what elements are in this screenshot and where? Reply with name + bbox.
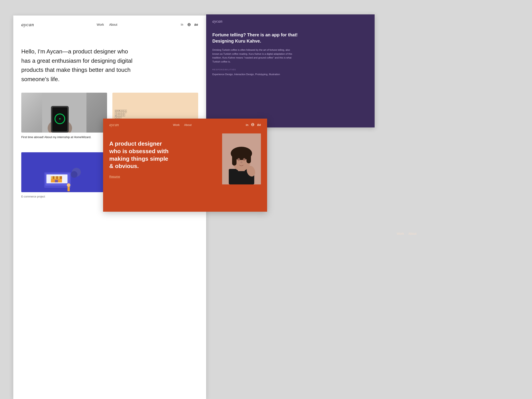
svg-rect-15: [120, 110, 121, 111]
about-headline: A product designer who is obsessed with …: [109, 140, 171, 170]
svg-rect-56: [56, 176, 58, 179]
globe-icon[interactable]: [187, 23, 191, 27]
svg-text:⊡: ⊡: [122, 110, 123, 111]
svg-point-82: [240, 160, 240, 161]
svg-rect-45: [120, 117, 121, 118]
svg-rect-23: [118, 112, 120, 113]
main-nav-icons: in Bē: [180, 23, 198, 27]
svg-rect-42: [115, 117, 116, 118]
svg-point-62: [67, 183, 70, 187]
svg-rect-38: [118, 115, 120, 116]
svg-rect-18: [123, 110, 125, 111]
svg-rect-53: [51, 176, 53, 179]
svg-rect-55: [55, 176, 56, 179]
about-logo[interactable]: aycan: [109, 123, 119, 127]
svg-text:🛍: 🛍: [119, 114, 119, 115]
about-nav-work[interactable]: Work: [173, 123, 180, 127]
svg-rect-54: [53, 176, 55, 179]
project-homewizard[interactable]: First time abroad! About my internship a…: [21, 93, 107, 143]
svg-point-84: [245, 161, 246, 162]
about-nav-orange: aycan Work About in Bē: [103, 119, 267, 131]
about-nav-links: Work About: [173, 123, 191, 127]
svg-text:▤: ▤: [117, 110, 118, 111]
nav-work[interactable]: Work: [97, 23, 104, 26]
svg-rect-39: [120, 115, 121, 116]
svg-rect-58: [60, 176, 62, 179]
svg-point-79: [243, 158, 246, 161]
svg-rect-57: [58, 176, 60, 179]
detail-nav-purple: aycan: [206, 14, 375, 28]
main-nav-links: Work About: [97, 23, 117, 26]
svg-point-80: [240, 161, 242, 163]
about-content: A product designer who is obsessed with …: [103, 131, 267, 187]
orange-nav-work-label[interactable]: Work: [397, 232, 404, 235]
svg-point-8: [59, 118, 61, 120]
responsibilities-text: Experience Design, Interaction Design, P…: [212, 72, 368, 76]
hand-phone-visual: [21, 93, 107, 133]
svg-rect-59: [55, 180, 58, 183]
svg-point-81: [237, 161, 238, 162]
hero-headline: Hello, I'm Aycan—a product designer who …: [21, 47, 138, 84]
about-photo: [222, 133, 261, 184]
about-text: A product designer who is obsessed with …: [109, 133, 215, 178]
svg-text:⊞: ⊞: [115, 110, 116, 111]
svg-rect-26: [123, 112, 125, 113]
svg-rect-24: [120, 112, 121, 113]
about-page-orange: aycan Work About in Bē A product designe…: [103, 119, 267, 212]
nav-about[interactable]: About: [109, 23, 117, 26]
main-logo[interactable]: aycan: [21, 22, 34, 27]
about-behance-icon[interactable]: Bē: [257, 123, 261, 127]
svg-rect-27: [125, 112, 127, 113]
project-ecommerce[interactable]: E-commerce project: [21, 152, 107, 199]
detail-title: Fortune telling? There is an app for tha…: [212, 32, 301, 44]
hero-section: Hello, I'm Aycan—a product designer who …: [13, 34, 146, 93]
about-globe-icon[interactable]: [251, 123, 254, 127]
svg-rect-40: [122, 115, 123, 116]
svg-rect-19: [125, 110, 127, 111]
detail-content: Fortune telling? There is an app for tha…: [206, 28, 375, 80]
orange-nav-about-label[interactable]: About: [408, 232, 417, 235]
svg-rect-22: [117, 112, 118, 113]
responsibilities-label: RESPONSIBILITIES: [212, 69, 368, 71]
project-ecommerce-label: E-commerce project: [21, 195, 107, 199]
svg-rect-32: [120, 114, 121, 115]
about-nav-icons: in Bē: [246, 123, 261, 127]
svg-rect-43: [117, 117, 118, 118]
svg-rect-77: [247, 152, 251, 163]
about-nav-about[interactable]: About: [184, 123, 191, 127]
linkedin-icon[interactable]: in: [180, 23, 184, 27]
detail-logo[interactable]: aycan: [212, 19, 222, 24]
svg-rect-41: [123, 115, 125, 116]
orange-nav-overlay: Work About: [397, 232, 417, 235]
svg-text:⌨: ⌨: [119, 110, 120, 111]
project-homewizard-label: First time abroad! About my internship a…: [21, 135, 107, 139]
project-ecommerce-image: [21, 152, 107, 192]
svg-rect-34: [123, 114, 125, 115]
svg-rect-28: [115, 114, 116, 115]
svg-point-83: [243, 160, 243, 161]
behance-icon[interactable]: Bē: [194, 23, 198, 27]
detail-page-kuru-kahve: aycan Fortune telling? There is an app f…: [206, 14, 375, 127]
svg-text:💻: 💻: [115, 115, 116, 116]
about-resume-link[interactable]: Resume: [109, 175, 120, 178]
svg-rect-44: [118, 117, 120, 118]
svg-rect-29: [117, 114, 118, 115]
about-linkedin-icon[interactable]: in: [246, 123, 248, 127]
detail-body: Drinking Turkish coffee is often followe…: [212, 48, 297, 64]
svg-rect-76: [232, 152, 236, 165]
svg-rect-37: [117, 115, 118, 116]
svg-rect-33: [122, 114, 123, 115]
svg-rect-63: [68, 187, 70, 191]
project-homewizard-image: [21, 93, 107, 133]
svg-rect-25: [122, 112, 123, 113]
main-nav: aycan Work About in Bē: [13, 16, 206, 34]
svg-text:✈: ✈: [115, 112, 116, 113]
svg-point-61: [71, 171, 78, 178]
about-photo-svg: [222, 133, 261, 184]
